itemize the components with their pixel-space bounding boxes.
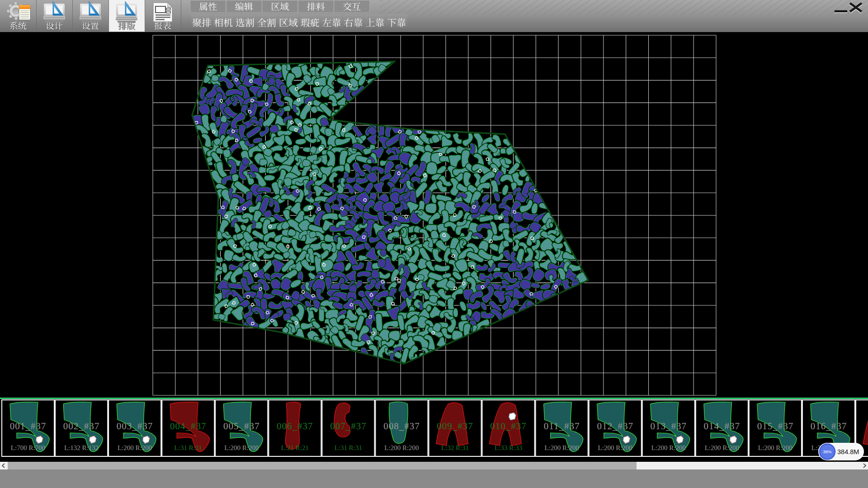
svg-text:003_#37: 003_#37 xyxy=(117,421,153,432)
svg-text:010_#37: 010_#37 xyxy=(490,421,527,432)
svg-text:L:200 R:200: L:200 R:200 xyxy=(705,444,739,451)
svg-text:384.8M: 384.8M xyxy=(837,448,859,455)
svg-text:L:200 R:200: L:200 R:200 xyxy=(651,444,686,451)
svg-text:009_#37: 009_#37 xyxy=(437,421,473,432)
svg-text:L:200 R:200: L:200 R:200 xyxy=(118,444,152,451)
svg-text:L:31 R:31: L:31 R:31 xyxy=(175,444,202,451)
svg-text:L:32 R:31: L:32 R:31 xyxy=(441,444,469,451)
svg-text:L:33 R:33: L:33 R:33 xyxy=(495,444,522,451)
svg-text:L:200 R:200: L:200 R:200 xyxy=(544,444,579,451)
svg-text:013_#37: 013_#37 xyxy=(651,421,687,432)
svg-text:002_#37: 002_#37 xyxy=(63,421,100,432)
svg-text:012_#37: 012_#37 xyxy=(597,421,633,432)
svg-text:L:200 R:200: L:200 R:200 xyxy=(758,444,793,451)
svg-text:016_#37: 016_#37 xyxy=(811,421,847,432)
svg-text:L:200 R:200: L:200 R:200 xyxy=(384,444,419,451)
svg-text:L:700 R:700: L:700 R:700 xyxy=(11,444,45,451)
svg-text:L:21 R:21: L:21 R:21 xyxy=(281,444,309,451)
svg-text:006_#37: 006_#37 xyxy=(277,421,313,432)
svg-text:014_#37: 014_#37 xyxy=(704,421,741,432)
svg-text:008_#37: 008_#37 xyxy=(383,421,420,432)
svg-text:L:132 R:132: L:132 R:132 xyxy=(64,444,99,451)
svg-text:011_#37: 011_#37 xyxy=(544,421,580,432)
svg-text:007_#37: 007_#37 xyxy=(330,421,367,432)
svg-text:L:31 R:31: L:31 R:31 xyxy=(335,444,362,451)
svg-text:001_#37: 001_#37 xyxy=(10,421,47,432)
svg-text:L:200 R:200: L:200 R:200 xyxy=(224,444,259,451)
svg-text:L:200 R:200: L:200 R:200 xyxy=(598,444,632,451)
svg-text:004_#37: 004_#37 xyxy=(170,421,207,432)
svg-text:015_#37: 015_#37 xyxy=(757,421,794,432)
svg-text:38%: 38% xyxy=(823,449,832,454)
svg-text:005_#37: 005_#37 xyxy=(223,421,260,432)
